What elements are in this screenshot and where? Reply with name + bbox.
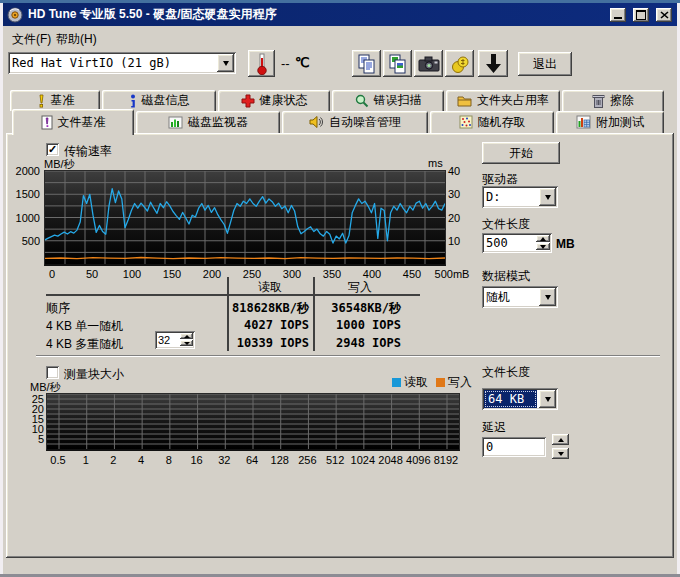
tab-file-benchmark[interactable]: 文件基准 <box>12 109 134 135</box>
delay-input[interactable]: 0 <box>482 437 546 457</box>
data-mode-label: 数据模式 <box>482 268 530 285</box>
benchmark-icon <box>36 94 46 108</box>
block-file-length-value: 64 KB <box>484 390 537 408</box>
copy-image-button[interactable] <box>383 50 412 77</box>
tab-erase-label: 擦除 <box>610 92 634 109</box>
donate-button[interactable] <box>445 50 474 77</box>
data-mode-value: 随机 <box>482 286 537 308</box>
row-4k-multi-read: 10339 IOPS <box>228 336 309 350</box>
copy-text-icon <box>357 54 377 74</box>
block-file-length-arrow[interactable] <box>539 390 556 408</box>
maximize-button[interactable] <box>633 8 649 22</box>
tab-error-scan[interactable]: 错误扫描 <box>332 90 444 111</box>
file-length-down-button[interactable] <box>536 243 550 250</box>
minimize-button[interactable] <box>610 8 626 22</box>
folder-icon <box>457 94 472 107</box>
row-sequential-label: 顺序 <box>46 300 70 317</box>
close-icon <box>660 11 669 19</box>
data-mode-arrow[interactable] <box>539 288 556 306</box>
tab-disk-info-label: 磁盘信息 <box>142 92 190 109</box>
chart1-ylabel-right: ms <box>428 157 443 169</box>
delay-label: 延迟 <box>482 419 506 436</box>
info-icon <box>129 94 137 108</box>
random-dots-icon <box>459 115 473 129</box>
spin-up-icon <box>540 237 546 241</box>
tab-aam-label: 自动噪音管理 <box>329 114 401 131</box>
table-header-rule <box>46 294 420 296</box>
row-4k-multi-write: 2948 IOPS <box>316 336 401 350</box>
hdtune-window: HD Tune 专业版 5.50 - 硬盘/固态硬盘实用程序 文件(F) 帮助(… <box>0 0 680 577</box>
exit-button-label: 退出 <box>533 56 557 73</box>
down-arrow-icon <box>483 53 503 75</box>
temperature-unit: ℃ <box>295 55 310 70</box>
tab-benchmark[interactable]: 基准 <box>10 90 100 111</box>
file-length-label: 文件长度 <box>482 216 530 233</box>
copy-image-icon <box>388 54 408 74</box>
tab-aam[interactable]: 自动噪音管理 <box>282 111 428 133</box>
tab-erase[interactable]: 擦除 <box>562 90 664 111</box>
tab-file-benchmark-label: 文件基准 <box>58 114 106 131</box>
app-icon <box>7 7 23 23</box>
magnifier-icon <box>355 94 369 108</box>
tab-disk-monitor[interactable]: 磁盘监视器 <box>136 111 280 133</box>
drive-select-value: Red Hat VirtIO (21 gB) <box>8 52 215 74</box>
chevron-down-icon <box>223 61 229 66</box>
file-length-up-button[interactable] <box>536 235 550 242</box>
close-button[interactable] <box>656 8 672 22</box>
menu-help[interactable]: 帮助(H) <box>52 29 101 50</box>
block-file-length-select[interactable]: 64 KB <box>482 388 558 410</box>
drive-select-arrow[interactable] <box>217 54 234 72</box>
section-divider <box>36 355 660 357</box>
row-4k-single-label: 4 KB 单一随机 <box>46 318 123 335</box>
tab-health[interactable]: 健康状态 <box>218 90 330 111</box>
tab-folder-usage[interactable]: 文件夹占用率 <box>446 90 560 111</box>
coins-icon <box>450 54 470 74</box>
tab-random-access[interactable]: 随机存取 <box>430 111 554 133</box>
screenshot-button[interactable] <box>414 50 443 77</box>
temperature-button[interactable] <box>248 50 275 77</box>
target-drive-value: D: <box>482 186 537 208</box>
block-file-length-label: 文件长度 <box>482 364 530 381</box>
tab-health-label: 健康状态 <box>260 92 308 109</box>
queue-depth-up-button[interactable] <box>180 333 193 339</box>
bar-chart-icon <box>168 116 183 129</box>
target-drive-select[interactable]: D: <box>482 186 558 208</box>
check-icon: ✓ <box>48 144 57 155</box>
window-title: HD Tune 专业版 5.50 - 硬盘/固态硬盘实用程序 <box>28 6 276 23</box>
spin-down-icon <box>558 452 564 456</box>
queue-depth-down-button[interactable] <box>180 340 193 346</box>
camera-icon <box>418 55 440 73</box>
delay-value: 0 <box>486 440 493 454</box>
save-results-button[interactable] <box>478 50 508 77</box>
tab-benchmark-label: 基准 <box>51 92 75 109</box>
target-drive-arrow[interactable] <box>539 188 556 206</box>
spin-down-icon <box>184 342 190 345</box>
row-4k-single-write: 1000 IOPS <box>316 318 401 332</box>
tab-error-scan-label: 错误扫描 <box>374 92 422 109</box>
file-length-value: 500 <box>482 233 534 253</box>
minimize-icon <box>614 17 622 19</box>
delay-up-button[interactable] <box>552 434 569 445</box>
menu-file[interactable]: 文件(F) <box>8 29 55 50</box>
data-mode-select[interactable]: 随机 <box>482 286 558 308</box>
copy-text-button[interactable] <box>352 50 381 77</box>
thermometer-icon <box>255 53 269 75</box>
chart2-plot-area <box>46 393 460 451</box>
tab-disk-info[interactable]: 磁盘信息 <box>102 90 216 111</box>
block-size-chart: MB/秒 252015105 0.51248163264128256512102… <box>0 377 470 469</box>
transfer-rate-chart: MB/秒 ms 200015001000500 40302010 0501001… <box>0 155 470 285</box>
spin-down-icon <box>540 245 546 249</box>
maximize-icon <box>636 10 646 20</box>
delay-down-button[interactable] <box>552 448 569 459</box>
speaker-icon <box>309 115 324 129</box>
start-button[interactable]: 开始 <box>482 142 560 164</box>
queue-depth-spinner[interactable]: 32 <box>155 331 195 349</box>
file-length-spinner[interactable]: 500 <box>482 233 552 253</box>
drive-select[interactable]: Red Hat VirtIO (21 gB) <box>8 52 236 74</box>
temperature-value: -- <box>281 56 290 71</box>
title-bar[interactable]: HD Tune 专业版 5.50 - 硬盘/固态硬盘实用程序 <box>3 3 677 26</box>
trash-icon <box>592 94 605 108</box>
exit-button[interactable]: 退出 <box>518 52 572 76</box>
tab-extra-tests[interactable]: 附加测试 <box>556 111 664 133</box>
start-button-label: 开始 <box>509 145 533 162</box>
